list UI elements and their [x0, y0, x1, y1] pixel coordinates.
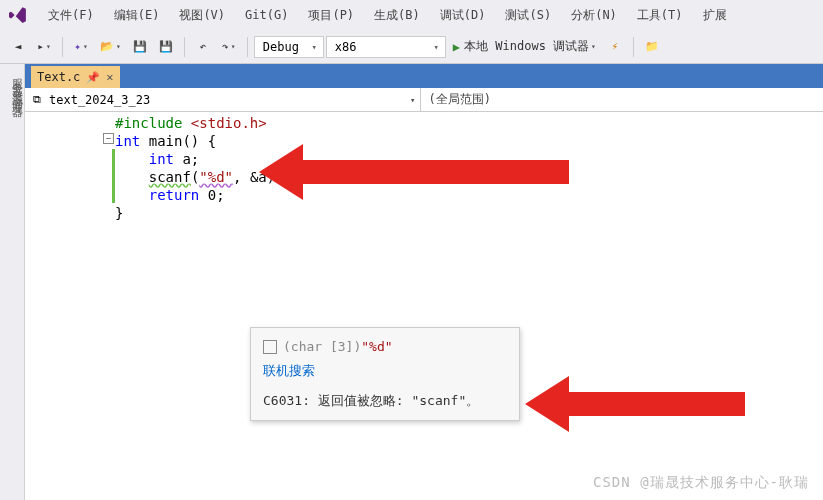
separator	[633, 37, 634, 57]
start-debug-button[interactable]: ▶ 本地 Windows 调试器 ▾	[448, 35, 601, 59]
undo-button[interactable]: ↶	[191, 35, 215, 59]
tab-label: Text.c	[37, 70, 80, 84]
vs-logo-icon	[8, 5, 28, 25]
menu-bar: 文件(F) 编辑(E) 视图(V) Git(G) 项目(P) 生成(B) 调试(…	[0, 0, 823, 30]
document-tabs: Text.c 📌 ✕	[25, 64, 823, 88]
menu-build[interactable]: 生成(B)	[364, 1, 430, 30]
code-line: }	[115, 204, 823, 222]
menu-edit[interactable]: 编辑(E)	[104, 1, 170, 30]
open-button[interactable]: 📂▾	[95, 35, 126, 59]
global-scope-dropdown[interactable]: (全局范围)	[421, 88, 824, 111]
navigation-bar: ⧉ text_2024_3_23 ▾ (全局范围)	[25, 88, 823, 112]
hot-reload-button[interactable]: ⚡	[603, 35, 627, 59]
separator	[184, 37, 185, 57]
menu-tools[interactable]: 工具(T)	[627, 1, 693, 30]
back-button[interactable]: ◄	[6, 35, 30, 59]
tooltip-warning: C6031: 返回值被忽略: "scanf"。	[263, 392, 507, 410]
annotation-arrow	[525, 376, 745, 432]
close-icon[interactable]: ✕	[106, 70, 113, 84]
menu-file[interactable]: 文件(F)	[38, 1, 104, 30]
tooltip-type-icon	[263, 340, 277, 354]
watermark: CSDN @瑞晟技术服务中心-耿瑞	[593, 474, 809, 492]
intellisense-tooltip: (char [3])"%d" 联机搜索 C6031: 返回值被忽略: "scan…	[250, 327, 520, 421]
toolbar: ◄ ▸▾ ✦▾ 📂▾ 💾 💾 ↶ ↷▾ Debug▾ x86▾ ▶ 本地 Win…	[0, 30, 823, 64]
forward-button[interactable]: ▸▾	[32, 35, 56, 59]
chevron-down-icon: ▾	[311, 42, 316, 52]
code-editor[interactable]: − #include <stdio.h> int main() { int a;…	[25, 112, 823, 500]
menu-analyze[interactable]: 分析(N)	[561, 1, 627, 30]
project-scope-label: text_2024_3_23	[49, 93, 150, 107]
save-all-button[interactable]: 💾	[154, 35, 178, 59]
menu-project[interactable]: 项目(P)	[298, 1, 364, 30]
new-project-button[interactable]: ✦▾	[69, 35, 93, 59]
pin-icon[interactable]: 📌	[86, 71, 100, 84]
tab-text-c[interactable]: Text.c 📌 ✕	[31, 66, 120, 88]
chevron-down-icon: ▾	[410, 95, 415, 105]
save-button[interactable]: 💾	[128, 35, 152, 59]
redo-button[interactable]: ↷▾	[217, 35, 241, 59]
collapse-icon[interactable]: −	[103, 133, 114, 144]
global-scope-label: (全局范围)	[429, 91, 491, 108]
separator	[62, 37, 63, 57]
platform-dropdown[interactable]: x86▾	[326, 36, 446, 58]
project-scope-dropdown[interactable]: ⧉ text_2024_3_23 ▾	[25, 88, 421, 111]
browse-button[interactable]: 📁	[640, 35, 664, 59]
menu-view[interactable]: 视图(V)	[169, 1, 235, 30]
editor-gutter: −	[25, 112, 115, 500]
menu-git[interactable]: Git(G)	[235, 2, 298, 28]
project-icon: ⧉	[29, 92, 45, 108]
menu-test[interactable]: 测试(S)	[495, 1, 561, 30]
online-search-link[interactable]: 联机搜索	[263, 362, 507, 380]
separator	[247, 37, 248, 57]
menu-extensions[interactable]: 扩展	[693, 1, 737, 30]
menu-debug[interactable]: 调试(D)	[430, 1, 496, 30]
code-line: #include <stdio.h>	[115, 114, 823, 132]
server-explorer-panel[interactable]: 服务器资源管理器	[0, 64, 25, 500]
config-dropdown[interactable]: Debug▾	[254, 36, 324, 58]
chevron-down-icon: ▾	[433, 42, 438, 52]
annotation-arrow	[259, 144, 569, 200]
